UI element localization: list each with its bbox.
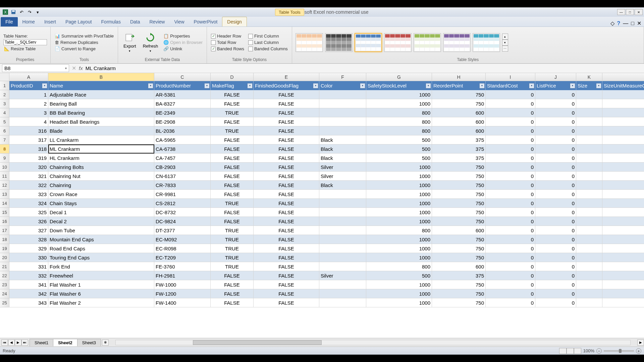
tab-data[interactable]: Data: [125, 17, 145, 26]
cell[interactable]: BB Ball Bearing: [48, 108, 154, 117]
cell[interactable]: 0: [486, 117, 535, 126]
row-header-9[interactable]: 9: [0, 154, 9, 163]
tab-review[interactable]: Review: [145, 17, 170, 26]
row-header-6[interactable]: 6: [0, 126, 9, 135]
cell[interactable]: 0: [535, 208, 576, 217]
cell[interactable]: FALSE: [254, 226, 319, 235]
cell[interactable]: [576, 181, 602, 190]
cell[interactable]: 0: [486, 154, 535, 163]
filter-dropdown-MakeFlag[interactable]: ▾: [247, 83, 253, 88]
filter-dropdown-SafetyStockLevel[interactable]: ▾: [426, 83, 431, 88]
filter-dropdown-ProductID[interactable]: ▾: [42, 83, 47, 88]
cell[interactable]: FALSE: [254, 144, 319, 154]
cell[interactable]: 1000: [366, 90, 432, 99]
cell[interactable]: 0: [535, 99, 576, 108]
cell[interactable]: 750: [432, 99, 486, 108]
cell[interactable]: Black: [319, 154, 366, 163]
cell[interactable]: FALSE: [254, 90, 319, 99]
tab-home[interactable]: Home: [18, 17, 40, 26]
cell[interactable]: 750: [432, 172, 486, 181]
minimize-button[interactable]: —: [617, 9, 625, 15]
cell[interactable]: [602, 163, 644, 172]
cell[interactable]: FALSE: [211, 217, 254, 226]
cell[interactable]: [576, 144, 602, 154]
cell[interactable]: 322: [9, 181, 48, 190]
cell[interactable]: [576, 135, 602, 144]
cell[interactable]: FALSE: [211, 298, 254, 307]
cell[interactable]: FALSE: [254, 135, 319, 144]
cell[interactable]: Flat Washer 6: [48, 289, 154, 298]
col-header-B[interactable]: B: [48, 73, 154, 81]
table-header-StandardCost[interactable]: StandardCost▾: [486, 81, 535, 90]
cell[interactable]: 0: [486, 235, 535, 244]
col-header-F[interactable]: F: [319, 73, 366, 81]
view-page-break-button[interactable]: [574, 348, 581, 354]
filter-dropdown-ListPrice[interactable]: ▾: [570, 83, 575, 88]
cell[interactable]: 0: [535, 163, 576, 172]
table-style-swatch-1[interactable]: [325, 33, 353, 52]
cell[interactable]: 500: [366, 271, 432, 280]
cell[interactable]: [576, 262, 602, 271]
table-header-MakeFlag[interactable]: MakeFlag▾: [211, 81, 254, 90]
row-header-4[interactable]: 4: [0, 108, 9, 117]
cell[interactable]: FALSE: [254, 253, 319, 262]
sheet-tab-Sheet1[interactable]: Sheet1: [30, 339, 53, 346]
cell[interactable]: TRUE: [211, 126, 254, 135]
sheet-nav-next[interactable]: ▶: [15, 340, 21, 346]
cell[interactable]: [319, 90, 366, 99]
cell[interactable]: Bearing Ball: [48, 99, 154, 108]
cell[interactable]: FALSE: [211, 280, 254, 289]
cell[interactable]: 800: [366, 226, 432, 235]
cell[interactable]: FH-2981: [154, 271, 211, 280]
cell[interactable]: [602, 289, 644, 298]
cell[interactable]: FALSE: [211, 208, 254, 217]
cell[interactable]: 1000: [366, 172, 432, 181]
cell[interactable]: BL-2036: [154, 126, 211, 135]
cell[interactable]: [576, 271, 602, 280]
cell[interactable]: 317: [9, 135, 48, 144]
cell[interactable]: Crown Race: [48, 190, 154, 199]
cell[interactable]: TRUE: [211, 226, 254, 235]
table-style-swatch-4[interactable]: [414, 33, 441, 52]
cell[interactable]: FW-1400: [154, 298, 211, 307]
fx-icon[interactable]: fx: [79, 65, 83, 71]
cell[interactable]: 750: [432, 217, 486, 226]
cell[interactable]: Black: [319, 135, 366, 144]
cell[interactable]: [319, 280, 366, 289]
open-in-browser-button[interactable]: 🌐 Open in Browser: [163, 40, 203, 45]
cell[interactable]: 318: [9, 144, 48, 154]
cell[interactable]: 0: [535, 235, 576, 244]
col-header-L[interactable]: L: [602, 73, 644, 81]
cell[interactable]: [576, 226, 602, 235]
cell[interactable]: 319: [9, 154, 48, 163]
cell[interactable]: [602, 280, 644, 289]
cell[interactable]: Touring End Caps: [48, 253, 154, 262]
cell[interactable]: [319, 190, 366, 199]
row-header-5[interactable]: 5: [0, 117, 9, 126]
row-header-24[interactable]: 24: [0, 289, 9, 298]
horizontal-scrollbar[interactable]: [115, 340, 631, 345]
cell[interactable]: BE-2349: [154, 108, 211, 117]
cell[interactable]: 329: [9, 244, 48, 253]
cell[interactable]: Black: [319, 181, 366, 190]
cell[interactable]: 1000: [366, 289, 432, 298]
cell[interactable]: FALSE: [254, 208, 319, 217]
cell[interactable]: FALSE: [254, 199, 319, 208]
cell[interactable]: 320: [9, 163, 48, 172]
cell[interactable]: FALSE: [254, 99, 319, 108]
col-header-I[interactable]: I: [486, 73, 535, 81]
first-column-checkbox[interactable]: First Column: [248, 33, 288, 39]
cell[interactable]: 0: [535, 144, 576, 154]
cell[interactable]: 0: [486, 226, 535, 235]
cell[interactable]: 0: [486, 253, 535, 262]
filter-dropdown-Color[interactable]: ▾: [360, 83, 365, 88]
maximize-button[interactable]: □: [626, 9, 634, 15]
cell[interactable]: [602, 208, 644, 217]
row-header-21[interactable]: 21: [0, 262, 9, 271]
close-button[interactable]: ✕: [635, 9, 643, 15]
cell[interactable]: 750: [432, 208, 486, 217]
cell[interactable]: FALSE: [254, 280, 319, 289]
row-header-20[interactable]: 20: [0, 253, 9, 262]
cell[interactable]: 1: [9, 90, 48, 99]
filter-dropdown-Size[interactable]: ▾: [596, 83, 601, 88]
